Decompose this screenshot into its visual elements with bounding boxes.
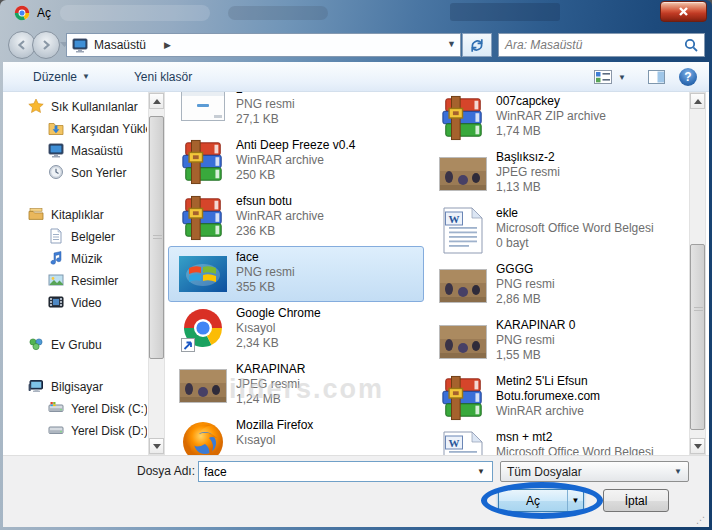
sidebar-item-video[interactable]: Video: [9, 292, 147, 314]
file-item-anti-deep-freeze-v0-4[interactable]: Anti Deep Freeze v0.4WinRAR archive250 K…: [168, 134, 424, 190]
address-dropdown-icon[interactable]: ▼: [447, 39, 456, 49]
file-name: Metin2 5'Li Efsun: [496, 374, 600, 389]
png-image-icon: [179, 92, 227, 131]
forward-button[interactable]: [32, 31, 60, 59]
sidebar-item-masa-st[interactable]: Masaüstü: [9, 140, 147, 162]
file-type: Microsoft Office Word Belgesi: [496, 445, 654, 455]
sidebar-item-belgeler[interactable]: Belgeler: [9, 226, 147, 248]
music-icon: [48, 250, 64, 269]
photo-icon: [439, 261, 487, 311]
file-type: JPEG resmi: [496, 165, 560, 180]
file-item-mozilla-firefox[interactable]: Mozilla FirefoxKısayol: [168, 414, 424, 455]
file-size: 1,24 MB: [236, 392, 305, 407]
filename-history-dropdown-icon[interactable]: ▼: [477, 467, 485, 476]
file-name: efsun botu: [236, 194, 324, 209]
file-type: PNG resmi: [236, 265, 295, 280]
file-item-007capckey[interactable]: 007capckeyWinRAR ZIP archive1,74 MB: [428, 92, 684, 146]
close-icon: [678, 6, 689, 17]
file-item-msn-mt2[interactable]: Wmsn + mt2Microsoft Office Word Belgesi: [428, 426, 684, 455]
sidebar-group-ev-grubu[interactable]: Ev Grubu: [9, 334, 147, 356]
navigation-pane: Sık KullanılanlarKarşıdan YüklemelerMasa…: [9, 92, 147, 455]
sidebar-item-label: Resimler: [71, 274, 118, 288]
file-type: PNG resmi: [496, 277, 555, 292]
dialog-footer: Dosya Adı: ▼ Tüm Dosyalar ▼ Aç ▼ İptal ⋰: [3, 455, 709, 527]
sidebar-item-resimler[interactable]: Resimler: [9, 270, 147, 292]
downloads-icon: [48, 120, 64, 139]
address-breadcrumb[interactable]: Masaüstü ▶ ▼: [66, 33, 461, 57]
file-size: 236 KB: [236, 224, 324, 239]
open-split-dropdown-icon[interactable]: ▼: [567, 490, 583, 511]
file-type: Kısayol: [236, 433, 313, 448]
filename-input[interactable]: [198, 461, 493, 482]
new-folder-button[interactable]: Yeni klasör: [126, 66, 200, 88]
scroll-down-button[interactable]: [149, 438, 164, 454]
scroll-up-button[interactable]: [149, 93, 164, 109]
help-icon: ?: [684, 70, 691, 84]
file-item-ekle[interactable]: WekleMicrosoft Office Word Belgesi0 bayt: [428, 202, 684, 258]
file-name: Mozilla Firefox: [236, 418, 313, 433]
sidebar-scrollbar[interactable]: [148, 92, 165, 455]
help-button[interactable]: ?: [679, 68, 697, 86]
close-button[interactable]: [660, 1, 707, 22]
file-name: Anti Deep Freeze v0.4: [236, 138, 355, 153]
sidebar-item-label: Karşıdan Yüklemeler: [71, 122, 147, 136]
file-item-metin2-5-li-efsun[interactable]: Metin2 5'Li EfsunBotu.forumexe.comWinRAR…: [428, 370, 684, 426]
sidebar-item-label: Masaüstü: [71, 144, 123, 158]
file-item-karapinar[interactable]: KARAPINARJPEG resmi1,24 MB: [168, 358, 424, 414]
sidebar-group-kitapl-klar[interactable]: Kitaplıklar: [9, 204, 147, 226]
file-type: WinRAR ZIP archive: [496, 109, 606, 124]
file-item-google-chrome[interactable]: Google ChromeKısayol2,34 KB: [168, 302, 424, 358]
winrar-icon: [439, 373, 487, 423]
file-type: JPEG resmi: [236, 377, 305, 392]
file-list-scrollbar[interactable]: [689, 92, 706, 455]
preview-pane-button[interactable]: [648, 70, 665, 84]
preview-pane-icon: [648, 70, 665, 84]
sidebar-group-bilgisayar[interactable]: Bilgisayar: [9, 376, 147, 398]
homegroup-icon: [28, 336, 44, 355]
file-size: 27,1 KB: [236, 112, 295, 127]
video-icon: [48, 294, 64, 313]
file-item-gggg[interactable]: GGGGPNG resmi2,86 MB: [428, 258, 684, 314]
file-name: KARAPINAR: [236, 362, 305, 377]
file-item-face[interactable]: facePNG resmi355 KB: [168, 246, 424, 302]
winrar-icon: [179, 193, 227, 243]
scroll-down-button[interactable]: [690, 438, 705, 454]
pictures-icon: [48, 272, 64, 291]
background-window-blur: [228, 6, 328, 20]
file-list-scrollbar-thumb[interactable]: [690, 244, 705, 430]
sidebar-item-kar-dan-y-klemeler[interactable]: Karşıdan Yüklemeler: [9, 118, 147, 140]
sidebar-item-yerel-disk-c[interactable]: Yerel Disk (C:): [9, 398, 147, 420]
breadcrumb-arrow-icon[interactable]: ▶: [164, 40, 171, 50]
title-bar: Aç: [0, 0, 712, 28]
filetype-select[interactable]: Tüm Dosyalar ▼: [500, 461, 689, 482]
file-size: 2,86 MB: [496, 292, 555, 307]
file-item-2[interactable]: 2PNG resmi27,1 KB: [168, 92, 424, 134]
sidebar-scrollbar-thumb[interactable]: [149, 116, 164, 359]
scroll-up-button[interactable]: [690, 93, 705, 109]
cancel-button[interactable]: İptal: [603, 489, 669, 512]
sidebar-item-m-zik[interactable]: Müzik: [9, 248, 147, 270]
sidebar-item-son-yerler[interactable]: Son Yerler: [9, 162, 147, 184]
refresh-button[interactable]: [462, 33, 492, 57]
computer-icon: [28, 378, 44, 397]
change-view-button[interactable]: ▼: [586, 66, 634, 88]
file-item-ba-l-ks-z-2[interactable]: Başlıksız-2JPEG resmi1,13 MB: [428, 146, 684, 202]
breadcrumb-location[interactable]: Masaüstü: [94, 38, 146, 52]
search-box[interactable]: Ara: Masaüstü: [498, 33, 705, 57]
views-icon: [594, 70, 612, 84]
organize-menu-button[interactable]: Düzenle▼: [25, 66, 98, 88]
search-icon[interactable]: [684, 38, 698, 52]
sidebar-item-label: Yerel Disk (C:): [71, 402, 147, 416]
background-window-blur: [60, 5, 210, 21]
open-button[interactable]: Aç ▼: [498, 489, 584, 512]
file-item-efsun-botu[interactable]: efsun botuWinRAR archive236 KB: [168, 190, 424, 246]
file-name: GGGG: [496, 262, 555, 277]
file-item-karapinar-0[interactable]: KARAPINAR 0PNG resmi1,55 MB: [428, 314, 684, 370]
resize-grip[interactable]: ⋰: [696, 515, 706, 525]
sidebar-item-yerel-disk-d[interactable]: Yerel Disk (D:): [9, 420, 147, 442]
sidebar-group-s-k-kullan-lanlar[interactable]: Sık Kullanılanlar: [9, 96, 147, 118]
file-type: Microsoft Office Word Belgesi: [496, 221, 654, 236]
firefox-icon: [179, 417, 227, 455]
file-size: 2,34 KB: [236, 336, 321, 351]
file-type: Kısayol: [236, 321, 321, 336]
